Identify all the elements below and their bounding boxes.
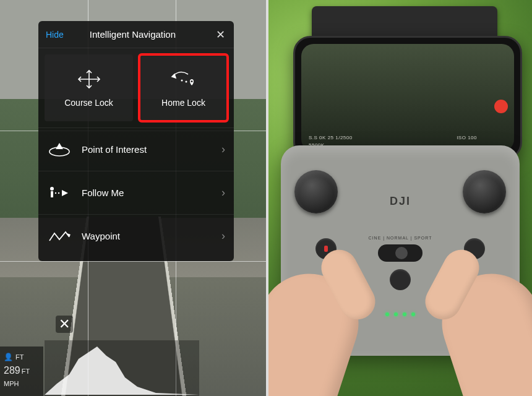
course-lock-icon xyxy=(75,68,103,90)
home-lock-icon xyxy=(169,68,198,90)
svg-rect-9 xyxy=(51,191,53,197)
telemetry-panel: 👤 FT 289 FT MPH xyxy=(0,346,43,396)
svg-point-5 xyxy=(191,80,192,82)
tile-label: Home Lock xyxy=(161,98,205,108)
grid-line xyxy=(0,261,266,262)
panel-header: Hide Intelligent Navigation ✕ xyxy=(38,21,234,48)
speed-label: MPH xyxy=(4,380,40,387)
flight-mode-switch xyxy=(378,244,423,262)
waypoint-icon xyxy=(47,227,72,246)
mode-label: CINE | NORMAL | SPORT xyxy=(369,236,432,240)
shutter-readout: S.S 0K 25 1/2500 xyxy=(309,135,353,140)
right-stick xyxy=(463,170,506,213)
battery-leds xyxy=(385,312,415,316)
close-icon[interactable]: ✕ xyxy=(214,28,226,41)
phone: S.S 0K 25 1/2500 ISO 100 5500K xyxy=(293,36,522,160)
row-waypoint[interactable]: Waypoint › xyxy=(38,214,234,257)
svg-point-8 xyxy=(50,187,54,191)
follow-me-icon xyxy=(47,184,72,202)
altitude-unit: FT xyxy=(15,353,24,361)
left-stick xyxy=(294,170,338,213)
svg-marker-2 xyxy=(172,74,176,78)
mode-tiles: Course Lock xyxy=(38,48,234,127)
poi-icon xyxy=(47,140,72,159)
row-label: Point of Interest xyxy=(82,144,147,155)
row-follow-me[interactable]: Follow Me › xyxy=(38,171,234,214)
iso-readout: ISO 100 xyxy=(457,135,477,140)
altitude-readout: 👤 FT xyxy=(4,353,40,361)
speed-unit: FT xyxy=(22,368,30,375)
phone-screen: S.S 0K 25 1/2500 ISO 100 5500K xyxy=(301,44,514,152)
svg-point-3 xyxy=(181,80,182,82)
brand-logo: DJI xyxy=(390,195,411,208)
row-point-of-interest[interactable]: Point of Interest › xyxy=(38,127,234,171)
row-label: Follow Me xyxy=(82,187,124,198)
power-button xyxy=(390,269,411,290)
svg-point-4 xyxy=(185,81,187,83)
svg-point-11 xyxy=(58,192,59,193)
app-viewport: Hide Intelligent Navigation ✕ xyxy=(0,0,266,396)
chevron-right-icon: › xyxy=(221,186,225,199)
chevron-right-icon: › xyxy=(221,230,225,243)
speed-readout: 289 FT xyxy=(4,365,40,376)
tile-course-lock[interactable]: Course Lock xyxy=(45,54,133,121)
tile-home-lock[interactable]: Home Lock xyxy=(139,54,228,121)
controller-photo: S.S 0K 25 1/2500 ISO 100 5500K DJI CINE … xyxy=(268,0,532,396)
panel-title: Intelligent Navigation xyxy=(51,29,214,40)
chevron-right-icon: › xyxy=(221,143,225,156)
row-label: Waypoint xyxy=(82,231,120,241)
record-button-icon xyxy=(494,100,508,113)
svg-point-10 xyxy=(55,192,56,193)
histogram xyxy=(45,340,199,396)
speed-value: 289 xyxy=(4,365,20,376)
tile-label: Course Lock xyxy=(64,98,113,108)
intelligent-navigation-panel: Hide Intelligent Navigation ✕ xyxy=(38,21,234,261)
svg-marker-12 xyxy=(62,190,68,196)
svg-marker-7 xyxy=(56,143,63,149)
overlay-close-button[interactable]: ✕ xyxy=(56,316,73,333)
